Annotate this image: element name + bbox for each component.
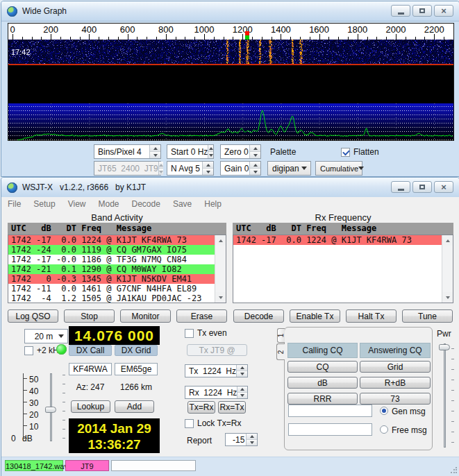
band-combobox[interactable]: 20 m: [24, 329, 68, 343]
menu-item-setup[interactable]: Setup: [27, 197, 61, 211]
band-activity-list[interactable]: 1742 -17 0.0 1224 @ K1JT KF4RWA 731742 -…: [8, 235, 226, 303]
action-button-erase[interactable]: Erase: [176, 309, 227, 323]
scale-tick: [12, 34, 13, 40]
db-axis-label: 50: [29, 375, 38, 384]
spin-up-icon: [209, 145, 213, 150]
start-hz-spinbox[interactable]: Start 0 Hz: [167, 144, 214, 159]
spin-buttons[interactable]: [149, 145, 160, 158]
arrow-down-icon: [219, 296, 223, 301]
decode-row[interactable]: 1742 -21 0.1 1290 @ CQ M0WAY IO82: [8, 264, 215, 274]
decode-row[interactable]: 1742 -17 0.0 1224 @ K1JT KF4RWA 73: [8, 235, 215, 245]
free-msg-field[interactable]: [288, 423, 372, 436]
rx-frequency-list[interactable]: 1742 -17 0.0 1224 @ K1JT KF4RWA 73: [233, 235, 453, 303]
rx-equals-tx-button[interactable]: Rx=Tx: [218, 401, 246, 414]
tab-2[interactable]: 2: [276, 343, 285, 360]
tx-freq-spinbox[interactable]: Tx 1224 Hz: [185, 364, 248, 377]
close-button[interactable]: ×: [434, 5, 453, 17]
tx-freq-value: Tx 1224 Hz: [185, 366, 236, 376]
menu-item-help[interactable]: Help: [198, 197, 228, 211]
resize-grip[interactable]: [450, 467, 457, 474]
menu-item-file[interactable]: File: [1, 197, 27, 211]
checkbox-box: [185, 329, 194, 338]
dx-grid-field[interactable]: EM65ge: [115, 363, 158, 375]
scrollbar[interactable]: [442, 235, 453, 303]
add-button[interactable]: Add: [115, 400, 154, 413]
decode-row[interactable]: 1742 -4 1.2 1505 @ JA1KAU PD0JAC -23: [8, 294, 215, 303]
menu-item-decode[interactable]: Decode: [126, 197, 167, 211]
tx-even-checkbox[interactable]: Tx even: [185, 328, 227, 338]
pwr-slider-track[interactable]: [444, 343, 446, 448]
msg-button-r-db[interactable]: R+dB: [360, 377, 431, 389]
palette-combobox[interactable]: digipan: [267, 161, 311, 176]
db-axis-tick: [24, 438, 27, 439]
msg-button-grid[interactable]: Grid: [360, 361, 431, 373]
flatten-checkbox[interactable]: Flatten: [341, 147, 379, 157]
frequency-scale[interactable]: 0200400600800100012001400160018002000220…: [8, 24, 453, 40]
palette-selected: digipan: [268, 164, 301, 173]
scroll-down-button[interactable]: [442, 292, 453, 303]
app-icon: [7, 182, 17, 193]
action-button-monitor[interactable]: Monitor: [120, 309, 171, 323]
lock-txrx-checkbox[interactable]: Lock Tx=Rx: [185, 418, 241, 428]
db-zero-number: 0: [11, 434, 16, 443]
rx-freq-spinbox[interactable]: Rx 1224 Hz: [185, 386, 248, 399]
action-button-decode[interactable]: Decode: [233, 309, 284, 323]
report-spinbox[interactable]: -15: [225, 433, 258, 446]
scroll-up-button[interactable]: [442, 235, 453, 246]
gen-msg-radio[interactable]: [380, 407, 388, 415]
spin-buttons[interactable]: [246, 434, 257, 445]
spin-buttons[interactable]: [249, 162, 260, 175]
spin-buttons[interactable]: [202, 162, 213, 175]
spin-buttons[interactable]: [208, 145, 213, 158]
spin-down-icon: [209, 154, 213, 159]
spectrum-display[interactable]: [8, 103, 453, 140]
zero-spinbox[interactable]: Zero 0: [220, 144, 261, 159]
decode-row[interactable]: 1742 -11 0.0 1461 @ G7CNF N4HFA EL89: [8, 284, 215, 294]
spin-up-icon: [153, 145, 158, 150]
pwr-slider-handle[interactable]: [439, 344, 450, 350]
minimize-button[interactable]: [391, 5, 410, 17]
gen-msg-field[interactable]: [288, 405, 372, 417]
close-button[interactable]: ×: [434, 181, 453, 193]
gain-spinbox[interactable]: Gain 0: [220, 161, 261, 176]
decode-row[interactable]: 1742 -24 0.0 1119 @ CQ GM7GAX IO75: [8, 245, 215, 255]
maximize-button[interactable]: [412, 5, 432, 17]
msg-button-db[interactable]: dB: [287, 377, 358, 389]
dx-call-field[interactable]: KF4RWA: [69, 363, 112, 375]
action-button-halt-tx[interactable]: Halt Tx: [346, 309, 397, 323]
chevron-down-icon: [358, 167, 364, 173]
decode-row[interactable]: 1742 0 -0.3 1345 @ K1JT N5KDV EM41: [8, 274, 215, 284]
msg-button-cq[interactable]: CQ: [287, 361, 358, 373]
action-button-log-qso[interactable]: Log QSO: [8, 309, 58, 323]
tx-equals-rx-button[interactable]: Tx=Rx: [187, 401, 215, 414]
maximize-button[interactable]: [412, 181, 432, 193]
minimize-button[interactable]: [391, 181, 410, 193]
display-mode-combobox[interactable]: Cumulative: [315, 161, 362, 176]
scrollbar[interactable]: [215, 235, 226, 303]
msg-button-73[interactable]: 73: [360, 393, 431, 405]
action-button-tune[interactable]: Tune: [402, 309, 453, 323]
waterfall-display[interactable]: [8, 40, 453, 64]
decode-row[interactable]: 1742 -17 -0.0 1186 @ TF3G N7MQ CN84: [8, 255, 215, 264]
db-axis-tick: [24, 402, 27, 402]
audio-level-slider-handle[interactable]: [45, 407, 56, 413]
spin-down-icon: [240, 394, 244, 399]
menu-item-mode[interactable]: Mode: [92, 197, 126, 211]
spin-buttons[interactable]: [236, 365, 247, 377]
decode-row[interactable]: 1742 -17 0.0 1224 @ K1JT KF4RWA 73: [233, 235, 442, 245]
spin-buttons[interactable]: [249, 145, 260, 158]
action-button-enable-tx[interactable]: Enable Tx: [290, 309, 340, 323]
action-button-stop[interactable]: Stop: [64, 309, 115, 323]
n-avg-spinbox[interactable]: N Avg 5: [167, 161, 214, 176]
msg-button-rrr[interactable]: RRR: [287, 393, 358, 405]
scale-label: 200: [43, 24, 58, 35]
lookup-button[interactable]: Lookup: [71, 400, 110, 413]
spin-buttons[interactable]: [237, 386, 247, 398]
tab-1[interactable]: 1: [277, 328, 285, 343]
bins-pixel-spinbox[interactable]: Bins/Pixel 4: [94, 144, 161, 159]
free-msg-radio[interactable]: [380, 425, 388, 434]
scroll-down-button[interactable]: [215, 292, 226, 303]
scroll-up-button[interactable]: [215, 235, 226, 246]
menu-item-view[interactable]: View: [62, 197, 92, 211]
menu-item-save[interactable]: Save: [167, 197, 198, 211]
